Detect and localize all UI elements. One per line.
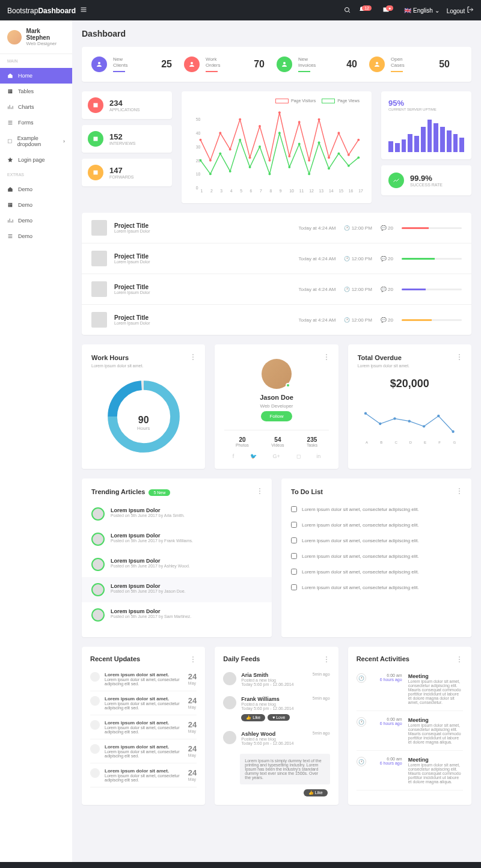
activities-card: ⋯ Recent Activities 🕐6:00 am6 hours agoM… — [348, 647, 471, 805]
todo-item[interactable]: Lorem ipsum dolor sit amet, consectetur … — [291, 533, 462, 548]
svg-text:16: 16 — [349, 189, 354, 193]
more-icon[interactable]: ⋯ — [322, 353, 330, 361]
svg-point-40 — [249, 156, 251, 159]
instagram-icon[interactable]: ◻ — [296, 453, 301, 459]
more-icon[interactable]: ⋯ — [455, 487, 464, 495]
nav-login-page[interactable]: Login page — [0, 152, 72, 168]
more-icon[interactable]: ⋯ — [189, 353, 197, 361]
article-item[interactable]: Lorem Ipsum DolorPosted on 5th June 2017… — [91, 501, 262, 527]
logout-link[interactable]: Logout — [447, 6, 474, 14]
svg-point-73 — [379, 423, 381, 425]
todo-item[interactable]: Lorem ipsum dolor sit amet, consectetur … — [291, 501, 462, 517]
update-item[interactable]: Lorem ipsum dolor sit amet.Lorem ipsum d… — [90, 715, 197, 739]
like-button[interactable]: 👍 Like — [304, 789, 328, 796]
svg-point-7 — [283, 62, 286, 64]
uptime-bar — [434, 123, 438, 152]
more-icon[interactable]: ⋯ — [322, 656, 330, 664]
footer: Copyright © 2018.Company name All rights… — [0, 862, 481, 868]
uptime-bar — [395, 143, 400, 152]
feed-item[interactable]: Ashley WoodPosted a new blogToday 5:60 p… — [223, 726, 329, 750]
update-icon — [90, 744, 100, 754]
article-item[interactable]: Lorem Ipsum DolorPosted on 5th June 2017… — [91, 527, 262, 552]
feed-avatar — [223, 731, 236, 744]
success-card: 99.9%SUCCESS RATE — [381, 165, 471, 195]
main-content: Dashboard NewClients25WorkOrders70NewInv… — [72, 20, 481, 862]
todo-item[interactable]: Lorem ipsum dolor sit amet, consectetur … — [291, 517, 462, 533]
todo-checkbox[interactable] — [291, 537, 297, 543]
todo-checkbox[interactable] — [291, 569, 297, 575]
search-icon[interactable] — [344, 7, 351, 14]
more-icon[interactable]: ⋯ — [189, 656, 197, 664]
update-icon — [90, 696, 100, 706]
nav-extra-0[interactable]: Demo — [0, 182, 72, 197]
svg-point-45 — [298, 121, 301, 123]
google-icon[interactable]: G+ — [273, 453, 280, 459]
feed-avatar — [223, 672, 236, 685]
project-row[interactable]: Project TitleLorem Ipsum DolorToday at 4… — [82, 274, 471, 305]
update-item[interactable]: Lorem ipsum dolor sit amet.Lorem ipsum d… — [90, 691, 197, 715]
nav-extra-1[interactable]: Demo — [0, 197, 72, 213]
svg-point-54 — [219, 152, 221, 154]
trend-up-icon — [388, 173, 404, 188]
nav-example-dropdown[interactable]: Example dropdown› — [0, 130, 72, 152]
svg-text:C: C — [394, 441, 397, 444]
mini-icon — [88, 97, 103, 113]
todo-checkbox[interactable] — [291, 553, 297, 559]
nav-tables[interactable]: Tables — [0, 84, 72, 99]
more-icon[interactable]: ⋯ — [256, 487, 264, 495]
svg-point-60 — [278, 132, 281, 134]
more-icon[interactable]: ⋯ — [455, 353, 463, 361]
todo-item[interactable]: Lorem ipsum dolor sit amet, consectetur … — [291, 564, 462, 579]
project-row[interactable]: Project TitleLorem Ipsum DolorToday at 4… — [82, 213, 471, 243]
twitter-icon[interactable]: 🐦 — [250, 453, 257, 459]
nav-extra-3[interactable]: Demo — [0, 228, 72, 244]
article-item[interactable]: Lorem Ipsum DolorPosted on 5th June 2017… — [91, 552, 262, 577]
more-icon[interactable]: ⋯ — [455, 656, 463, 664]
svg-point-47 — [318, 118, 320, 121]
language-selector[interactable]: 🇬🇧 English ⌄ — [404, 7, 439, 14]
svg-point-68 — [357, 156, 360, 159]
todo-card: ⋯ To Do List Lorem ipsum dolor sit amet,… — [281, 478, 471, 637]
article-item[interactable]: Lorem Ipsum DolorPosted on 5th June 2017… — [82, 577, 272, 602]
feed-item[interactable]: Aria SmithPosted a new blogToday 5:60 pm… — [223, 667, 329, 691]
nav-forms[interactable]: Forms — [0, 115, 72, 130]
follow-button[interactable]: Follow — [261, 411, 292, 421]
brand[interactable]: BootstrapDashboard — [7, 6, 87, 15]
feeds-card: ⋯ Daily Feeds Aria SmithPosted a new blo… — [215, 647, 338, 805]
update-item[interactable]: Lorem ipsum dolor sit amet.Lorem ipsum d… — [90, 739, 197, 763]
todo-checkbox[interactable] — [291, 522, 297, 528]
linkedin-icon[interactable]: in — [316, 453, 320, 459]
project-row[interactable]: Project TitleLorem Ipsum DolorToday at 4… — [82, 305, 471, 335]
article-item[interactable]: Lorem Ipsum DolorPosted on 5th June 2017… — [91, 602, 262, 628]
todo-item[interactable]: Lorem ipsum dolor sit amet, consectetur … — [291, 579, 462, 595]
notification-icon[interactable]: 12 — [358, 6, 375, 14]
stat-item: OpenCases50 — [369, 57, 462, 72]
todo-checkbox[interactable] — [291, 506, 297, 512]
todo-checkbox[interactable] — [291, 584, 297, 590]
nav-extra-2[interactable]: Demo — [0, 213, 72, 228]
article-avatar — [91, 558, 105, 571]
stat-icon — [91, 57, 107, 72]
todo-item[interactable]: Lorem ipsum dolor sit amet, consectetur … — [291, 548, 462, 564]
page-title: Dashboard — [82, 20, 471, 47]
project-row[interactable]: Project TitleLorem Ipsum DolorToday at 4… — [82, 243, 471, 274]
facebook-icon[interactable]: f — [233, 453, 234, 459]
svg-point-59 — [268, 173, 271, 175]
profile[interactable]: Mark StephenWeb Designer — [0, 20, 72, 54]
nav-charts[interactable]: Charts — [0, 99, 72, 115]
mail-icon[interactable]: ● — [382, 6, 397, 14]
svg-point-0 — [345, 8, 349, 12]
like-button[interactable]: 👍 Like — [241, 714, 265, 721]
update-item[interactable]: Lorem ipsum dolor sit amet.Lorem ipsum d… — [90, 667, 197, 691]
menu-icon[interactable] — [80, 6, 87, 13]
svg-point-77 — [437, 415, 440, 417]
chart-legend: Page Visitors Page Views — [275, 99, 360, 103]
feed-item[interactable]: Frank WilliamsPosted a new blogToday 5:6… — [223, 691, 329, 726]
nav-home[interactable]: Home — [0, 68, 72, 84]
project-thumb — [91, 251, 107, 266]
svg-rect-4 — [8, 203, 13, 207]
uptime-value: 95% — [388, 99, 464, 108]
love-button[interactable]: ♥ Love — [268, 714, 290, 721]
project-thumb — [91, 220, 107, 236]
update-item[interactable]: Lorem ipsum dolor sit amet.Lorem ipsum d… — [90, 763, 197, 787]
